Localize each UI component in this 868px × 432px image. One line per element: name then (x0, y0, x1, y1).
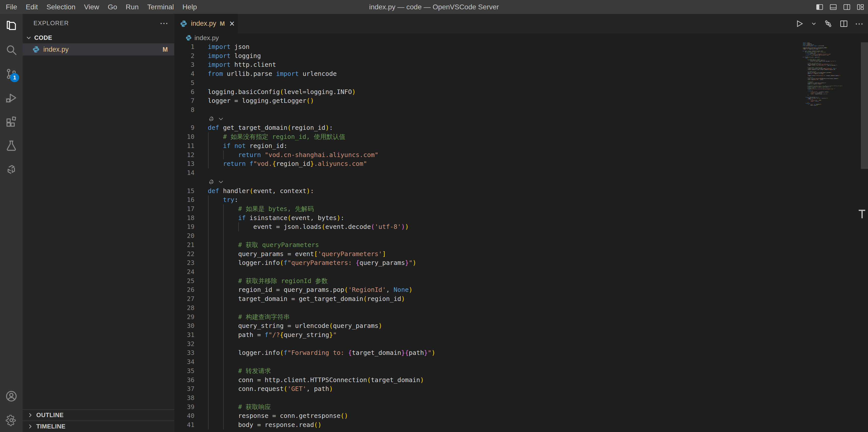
code-line-17[interactable]: 17 # 如果是 bytes, 先解码 (174, 204, 868, 213)
menu-item-view[interactable]: View (80, 0, 103, 14)
code-line-28[interactable]: 28 (174, 304, 868, 313)
line-number[interactable]: 36 (174, 376, 194, 384)
outline-section-header[interactable]: OUTLINE (23, 409, 174, 421)
line-number[interactable]: 15 (174, 186, 194, 196)
lingma-codelens-icon[interactable] (208, 178, 215, 185)
code-line-25[interactable]: 25 # 获取并移除 regionId 参数 (174, 277, 868, 286)
section-header-code[interactable]: CODE (23, 32, 174, 44)
line-number[interactable]: 37 (174, 384, 194, 394)
code-line-14[interactable]: 14 (174, 168, 868, 177)
code-line-21[interactable]: 21 # 获取 queryParameters (174, 240, 868, 250)
code-line-33[interactable]: 33 logger.info(f"Forwarding to: {target_… (174, 348, 868, 357)
code-line-20[interactable]: 20 (174, 231, 868, 240)
line-number[interactable]: 2 (174, 51, 194, 60)
line-number[interactable]: 35 (174, 367, 194, 376)
code-line-7[interactable]: 7logger = logging.getLogger() (174, 96, 868, 105)
tab-indexpy[interactable]: index.py M × (174, 14, 238, 33)
code-line-31[interactable]: 31 path = f"/?{query_string}" (174, 330, 868, 340)
line-number[interactable]: 1 (174, 42, 194, 51)
line-number[interactable]: 19 (174, 222, 194, 231)
line-number[interactable]: 20 (174, 231, 194, 240)
menu-item-run[interactable]: Run (121, 0, 143, 14)
line-number[interactable]: 7 (174, 96, 194, 105)
code-line-35[interactable]: 35 # 转发请求 (174, 367, 868, 376)
line-number[interactable]: 40 (174, 411, 194, 421)
line-number[interactable]: 17 (174, 204, 194, 213)
toggle-sidebar-icon[interactable] (816, 3, 824, 11)
line-number[interactable]: 41 (174, 421, 194, 430)
open-changes-icon[interactable] (824, 19, 833, 28)
customize-layout-icon[interactable] (857, 3, 865, 11)
toggle-panel-icon[interactable] (829, 3, 837, 11)
line-number[interactable]: 24 (174, 267, 194, 277)
line-number[interactable]: 14 (174, 168, 194, 177)
line-number[interactable]: 38 (174, 394, 194, 403)
line-number[interactable]: 4 (174, 69, 194, 78)
line-number[interactable]: 18 (174, 213, 194, 223)
activity-item-accounts[interactable] (0, 384, 23, 408)
activity-item-extensions[interactable] (0, 110, 23, 134)
code-line-40[interactable]: 40 response = conn.getresponse() (174, 411, 868, 421)
menu-item-terminal[interactable]: Terminal (143, 0, 178, 14)
code-line-11[interactable]: 11 if not region_id: (174, 141, 868, 150)
line-number[interactable]: 32 (174, 340, 194, 349)
run-dropdown-chevron-icon[interactable] (811, 21, 817, 27)
code-line-36[interactable]: 36 conn = http.client.HTTPSConnection(ta… (174, 376, 868, 384)
code-line-34[interactable]: 34 (174, 357, 868, 367)
code-line-1[interactable]: 1import json (174, 42, 868, 51)
code-line-6[interactable]: 6logging.basicConfig(level=logging.INFO) (174, 87, 868, 96)
activity-item-search[interactable] (0, 38, 23, 62)
line-number[interactable]: 10 (174, 132, 194, 141)
chevron-down-icon[interactable] (217, 115, 224, 122)
line-number[interactable]: 31 (174, 330, 194, 340)
line-number[interactable]: 8 (174, 105, 194, 114)
file-item-indexpy[interactable]: index.py M (23, 44, 174, 55)
explorer-more-actions-icon[interactable]: ⋯ (160, 18, 169, 28)
code-line-26[interactable]: 26 region_id = query_params.pop('RegionI… (174, 285, 868, 294)
code-line-18[interactable]: 18 if isinstance(event, bytes): (174, 213, 868, 223)
code-line-19[interactable]: 19 event = json.loads(event.decode('utf-… (174, 222, 868, 231)
minimap[interactable]: import json import logging import http.c… (803, 42, 860, 118)
code-line-15[interactable]: 15def handler(event, context): (174, 186, 868, 196)
code-line-3[interactable]: 3import http.client (174, 60, 868, 69)
line-number[interactable]: 30 (174, 321, 194, 330)
line-number[interactable]: 9 (174, 123, 194, 132)
line-number[interactable]: 23 (174, 258, 194, 267)
code-line-37[interactable]: 37 conn.request('GET', path) (174, 384, 868, 394)
line-number[interactable]: 21 (174, 240, 194, 250)
code-line-9[interactable]: 9def get_target_domain(region_id): (174, 123, 868, 132)
line-number[interactable]: 29 (174, 313, 194, 322)
line-number[interactable]: 3 (174, 60, 194, 69)
codelens-ai-action[interactable] (174, 177, 868, 186)
editor-scrollbar[interactable] (861, 14, 868, 432)
code-line-27[interactable]: 27 target_domain = get_target_domain(reg… (174, 294, 868, 304)
activity-item-source-control[interactable]: 1 (0, 62, 23, 86)
line-number[interactable]: 28 (174, 304, 194, 313)
chevron-down-icon[interactable] (217, 178, 224, 185)
line-number[interactable]: 39 (174, 403, 194, 411)
run-python-file-icon[interactable] (795, 19, 804, 28)
line-number[interactable]: 33 (174, 348, 194, 357)
code-line-16[interactable]: 16 try: (174, 195, 868, 204)
line-number[interactable]: 11 (174, 141, 194, 150)
code-line-29[interactable]: 29 # 构建查询字符串 (174, 313, 868, 322)
code-line-13[interactable]: 13 return f"vod.{region_id}.aliyuncs.com… (174, 159, 868, 168)
code-line-10[interactable]: 10 # 如果没有指定 region_id, 使用默认值 (174, 132, 868, 141)
code-line-2[interactable]: 2import logging (174, 51, 868, 60)
line-number[interactable]: 5 (174, 78, 194, 87)
menu-item-go[interactable]: Go (103, 0, 121, 14)
code-line-4[interactable]: 4from urllib.parse import urlencode (174, 69, 868, 78)
activity-item-run-debug[interactable] (0, 86, 23, 110)
code-line-5[interactable]: 5 (174, 78, 868, 87)
menu-item-edit[interactable]: Edit (22, 0, 42, 14)
scrollbar-slider[interactable] (861, 42, 868, 169)
code-line-8[interactable]: 8 (174, 105, 868, 114)
menu-item-file[interactable]: File (1, 0, 22, 14)
code-line-41[interactable]: 41 body = response.read() (174, 421, 868, 430)
menu-item-selection[interactable]: Selection (42, 0, 80, 14)
toggle-secondary-sidebar-icon[interactable] (843, 3, 851, 11)
split-editor-icon[interactable] (839, 19, 848, 28)
code-line-30[interactable]: 30 query_string = urlencode(query_params… (174, 321, 868, 330)
activity-item-testing[interactable] (0, 134, 23, 157)
tab-close-icon[interactable]: × (229, 19, 235, 28)
